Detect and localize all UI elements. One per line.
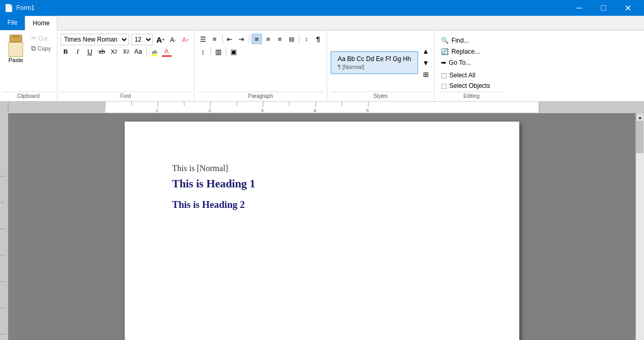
strikethrough-button[interactable]: ab [97,46,107,57]
find-icon: 🔍 [441,37,449,44]
select-all-button[interactable]: ⬚ Select All [439,71,504,80]
normal-text: This is [Normal] [172,164,472,173]
ruler-left-margin [8,102,105,113]
copy-label: Copy [37,45,51,52]
svg-text:3: 3 [261,108,264,113]
line-spacing-button[interactable]: ↕ [198,46,208,57]
minimize-button[interactable]: ─ [567,0,591,16]
styles-arrows: ▲ ▼ ⊞ [420,46,431,79]
cut-copy-buttons: ✂ Cut ⧉ Copy [29,34,53,53]
cut-button[interactable]: ✂ Cut [29,34,53,43]
clipboard-group: Paste ✂ Cut ⧉ Copy Clipboard [0,32,57,100]
bullets-button[interactable]: ☰ [198,34,208,44]
window-title: Form1 [16,4,567,12]
document-content: This is [Normal] This is Heading 1 This … [172,164,472,211]
clear-format-button[interactable]: A× [180,34,191,45]
scroll-thumb[interactable] [636,122,643,153]
shrink-font-button[interactable]: A- [168,34,178,45]
indent-inc-button[interactable]: ⇥ [236,34,247,44]
select-objects-icon: ⬚ [441,82,447,89]
tab-file[interactable]: File [0,15,25,30]
svg-text:2: 2 [208,108,211,113]
paragraph-group: ☰ ≡ ⇤ ⇥ ≡ ≡ ≡ ▤ ↕ ¶ ↕ ▥ ▣ [195,32,327,100]
select-objects-button[interactable]: ⬚ Select Objects [439,81,504,91]
indent-dec-button[interactable]: ⇤ [225,34,235,44]
changecase-button[interactable]: Aa [133,46,144,57]
align-left-button[interactable]: ≡ [251,34,262,44]
replace-button[interactable]: 🔄 Replace... [439,47,504,56]
title-bar: 📄 Form1 ─ □ ✕ [0,0,644,16]
main-area: This is [Normal] This is Heading 1 This … [0,113,644,340]
styles-label: Styles [330,92,431,100]
vertical-ruler-marks [0,113,8,340]
paragraph-controls: ☰ ≡ ⇤ ⇥ ≡ ≡ ≡ ▤ ↕ ¶ ↕ ▥ ▣ [198,34,324,92]
scroll-up-button[interactable]: ▲ [636,113,645,122]
underline-button[interactable]: U [85,46,95,57]
subscript-button[interactable]: X2 [109,46,119,57]
numbering-button[interactable]: ≡ [209,34,220,44]
goto-label: Go To... [449,59,471,66]
paste-icon [6,35,25,57]
goto-icon: ➡ [441,59,446,66]
showmarks-button[interactable]: ¶ [313,34,324,44]
select-controls: ⬚ Select All ⬚ Select Objects [439,69,504,92]
align-right-button[interactable]: ≡ [275,34,285,44]
paragraph-label: Paragraph [198,92,324,100]
grow-font-button[interactable]: A+ [155,34,166,45]
ruler-marks: 1 2 3 4 5 [105,102,539,113]
document-area[interactable]: This is [Normal] This is Heading 1 This … [8,113,636,340]
para-div1 [222,35,223,43]
styles-expand-button[interactable]: ⊞ [420,69,431,79]
font-name-select[interactable]: Times New Roman [61,34,129,45]
sort-button[interactable]: ↕ [301,34,312,44]
font-size-select[interactable]: 12 [131,34,153,45]
cut-icon: ✂ [31,34,37,42]
normal-style-button[interactable]: Aa Bb Cc Dd Ee Ff Gg Hh ¶ [Normal] [330,51,418,74]
heading2-text: This is Heading 2 [172,199,472,211]
superscript-button[interactable]: X2 [121,46,132,57]
window-controls: ─ □ ✕ [567,0,640,16]
justify-button[interactable]: ▤ [286,34,297,44]
svg-text:5: 5 [366,108,369,113]
border-button[interactable]: ▣ [228,46,239,57]
para-div2 [249,35,249,43]
style-preview-label: ¶ [Normal] [338,64,411,70]
clipboard-label: Clipboard [2,92,55,100]
select-objects-label: Select Objects [449,82,490,89]
editing-group: 🔍 Find... 🔄 Replace... ➡ Go To... ⬚ Sele… [435,32,508,100]
replace-icon: 🔄 [441,48,449,55]
ruler-body[interactable]: 1 2 3 4 5 [105,102,539,113]
ribbon: Paste ✂ Cut ⧉ Copy Clipboard Times New R… [0,31,644,102]
heading1-text: This is Heading 1 [172,177,472,191]
highlight-button[interactable]: ab [149,46,160,57]
clipboard-content: Paste ✂ Cut ⧉ Copy [2,33,55,92]
styles-down-button[interactable]: ▼ [420,57,431,68]
vertical-ruler [0,113,8,340]
bold-button[interactable]: B [61,46,71,57]
font-row1: Times New Roman 12 A+ A- A× [61,34,191,45]
shading-button[interactable]: ▥ [213,46,224,57]
italic-button[interactable]: I [73,46,83,57]
page: This is [Normal] This is Heading 1 This … [125,122,519,340]
styles-up-button[interactable]: ▲ [420,46,431,56]
goto-button[interactable]: ➡ Go To... [439,58,504,67]
cut-label: Cut [38,35,47,42]
editing-label: Editing [439,92,504,100]
paste-button[interactable]: Paste [4,34,27,64]
scroll-track [636,122,644,340]
find-button[interactable]: 🔍 Find... [439,36,504,45]
tab-home[interactable]: Home [25,16,57,31]
font-group: Times New Roman 12 A+ A- A× B I U ab X2 … [57,32,195,100]
close-button[interactable]: ✕ [616,0,640,16]
copy-button[interactable]: ⧉ Copy [29,44,53,53]
font-color-button[interactable]: A [162,46,172,57]
font-row2: B I U ab X2 X2 Aa ab A [61,46,191,57]
app-icon: 📄 [4,4,13,12]
styles-content: Aa Bb Cc Dd Ee Ff Gg Hh ¶ [Normal] ▲ ▼ ⊞ [330,34,431,92]
style-preview-text: Aa Bb Cc Dd Ee Ff Gg Hh [338,55,411,63]
maximize-button[interactable]: □ [591,0,616,16]
align-center-button[interactable]: ≡ [263,34,274,44]
font-divider [146,47,147,56]
scrollbar[interactable]: ▲ ▼ [636,113,644,340]
para-div4 [210,47,211,56]
